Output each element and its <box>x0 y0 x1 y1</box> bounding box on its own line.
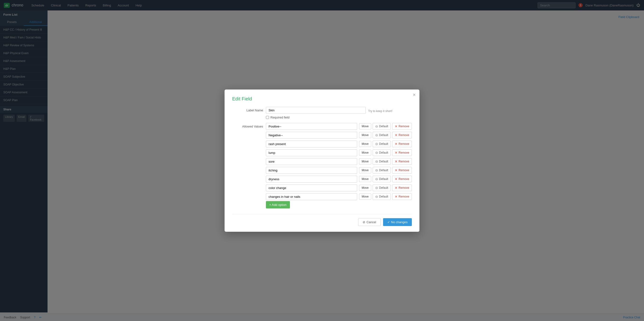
default-circle-icon-0: ⊖ <box>375 124 378 128</box>
remove-button-6[interactable]: ✕Remove <box>392 176 412 182</box>
modal-overlay[interactable]: × Edit Field Label Name Try to keep it s… <box>0 0 644 313</box>
value-row-0: Move ⊖Default ✕Remove <box>266 123 412 130</box>
allowed-values-content: Move ⊖Default ✕Remove Move ⊖Default ✕Rem… <box>266 123 412 208</box>
move-button-2[interactable]: Move <box>359 141 371 147</box>
move-button-8[interactable]: Move <box>359 194 371 200</box>
remove-button-1[interactable]: ✕Remove <box>392 132 412 138</box>
move-button-6[interactable]: Move <box>359 176 371 182</box>
move-button-4[interactable]: Move <box>359 158 371 165</box>
value-input-8[interactable] <box>266 193 357 200</box>
cancel-circle-icon: ⊘ <box>363 220 365 224</box>
label-name-label: Label Name <box>232 107 263 112</box>
remove-button-0[interactable]: ✕Remove <box>392 123 412 130</box>
default-circle-icon-7: ⊖ <box>375 186 378 190</box>
move-button-1[interactable]: Move <box>359 132 371 138</box>
value-actions-3: Move ⊖Default ✕Remove <box>359 149 412 156</box>
default-circle-icon-2: ⊖ <box>375 142 378 146</box>
value-actions-2: Move ⊖Default ✕Remove <box>359 141 412 147</box>
close-button[interactable]: × <box>413 92 416 97</box>
allowed-values-label: Allowed Values <box>232 123 263 128</box>
default-circle-icon-8: ⊖ <box>375 195 378 199</box>
values-list: Move ⊖Default ✕Remove Move ⊖Default ✕Rem… <box>266 123 412 200</box>
save-button[interactable]: ✓ No changes <box>383 218 412 226</box>
remove-x-icon-4: ✕ <box>395 160 398 163</box>
remove-button-7[interactable]: ✕Remove <box>392 184 412 191</box>
default-button-7[interactable]: ⊖Default <box>372 184 391 191</box>
value-actions-8: Move ⊖Default ✕Remove <box>359 193 412 200</box>
value-input-0[interactable] <box>266 123 357 130</box>
default-circle-icon-3: ⊖ <box>375 151 378 155</box>
remove-button-2[interactable]: ✕Remove <box>392 141 412 147</box>
remove-button-5[interactable]: ✕Remove <box>392 167 412 174</box>
default-button-8[interactable]: ⊖Default <box>372 193 391 200</box>
default-circle-icon-4: ⊖ <box>375 160 378 163</box>
move-button-3[interactable]: Move <box>359 150 371 156</box>
remove-x-icon-2: ✕ <box>395 142 398 146</box>
value-input-3[interactable] <box>266 149 357 156</box>
move-button-0[interactable]: Move <box>359 123 371 129</box>
value-actions-4: Move ⊖Default ✕Remove <box>359 158 412 165</box>
label-hint: Try to keep it short! <box>368 108 392 113</box>
value-row-5: Move ⊖Default ✕Remove <box>266 167 412 174</box>
default-button-3[interactable]: ⊖Default <box>372 149 391 156</box>
required-checkbox[interactable] <box>266 116 269 119</box>
label-name-content: Try to keep it short! Required field <box>266 107 412 119</box>
value-input-4[interactable] <box>266 158 357 165</box>
remove-button-4[interactable]: ✕Remove <box>392 158 412 165</box>
remove-x-icon-1: ✕ <box>395 133 398 137</box>
value-row-3: Move ⊖Default ✕Remove <box>266 149 412 156</box>
value-row-1: Move ⊖Default ✕Remove <box>266 132 412 139</box>
remove-x-icon-7: ✕ <box>395 186 398 190</box>
default-button-0[interactable]: ⊖Default <box>372 123 391 130</box>
remove-button-3[interactable]: ✕Remove <box>392 149 412 156</box>
modal-footer: ⊘ Cancel ✓ No changes <box>232 214 412 226</box>
value-input-5[interactable] <box>266 167 357 174</box>
value-actions-0: Move ⊖Default ✕Remove <box>359 123 412 130</box>
remove-x-icon-0: ✕ <box>395 124 398 128</box>
remove-x-icon-6: ✕ <box>395 177 398 181</box>
modal-title: Edit Field <box>232 96 412 102</box>
default-circle-icon-1: ⊖ <box>375 133 378 137</box>
add-option-button[interactable]: + Add option <box>266 201 290 208</box>
remove-x-icon-5: ✕ <box>395 168 398 172</box>
default-button-1[interactable]: ⊖Default <box>372 132 391 138</box>
value-actions-6: Move ⊖Default ✕Remove <box>359 176 412 182</box>
value-row-7: Move ⊖Default ✕Remove <box>266 184 412 191</box>
value-row-4: Move ⊖Default ✕Remove <box>266 158 412 165</box>
remove-button-8[interactable]: ✕Remove <box>392 193 412 200</box>
value-input-1[interactable] <box>266 132 357 139</box>
save-check-icon: ✓ <box>387 220 390 224</box>
cancel-button[interactable]: ⊘ Cancel <box>358 218 380 226</box>
default-circle-icon-5: ⊖ <box>375 168 378 172</box>
move-button-5[interactable]: Move <box>359 167 371 173</box>
value-actions-5: Move ⊖Default ✕Remove <box>359 167 412 174</box>
value-row-8: Move ⊖Default ✕Remove <box>266 193 412 200</box>
value-input-7[interactable] <box>266 184 357 191</box>
label-name-input[interactable] <box>266 107 366 114</box>
value-input-2[interactable] <box>266 141 357 147</box>
default-button-2[interactable]: ⊖Default <box>372 141 391 147</box>
edit-field-modal: × Edit Field Label Name Try to keep it s… <box>224 89 420 232</box>
remove-x-icon-8: ✕ <box>395 195 398 199</box>
required-label: Required field <box>270 116 290 119</box>
move-button-7[interactable]: Move <box>359 185 371 191</box>
value-row-2: Move ⊖Default ✕Remove <box>266 141 412 147</box>
default-button-6[interactable]: ⊖Default <box>372 176 391 182</box>
value-actions-1: Move ⊖Default ✕Remove <box>359 132 412 138</box>
remove-x-icon-3: ✕ <box>395 151 398 155</box>
default-circle-icon-6: ⊖ <box>375 177 378 181</box>
default-button-5[interactable]: ⊖Default <box>372 167 391 174</box>
value-input-6[interactable] <box>266 176 357 183</box>
default-button-4[interactable]: ⊖Default <box>372 158 391 165</box>
label-name-row: Label Name Try to keep it short! Require… <box>232 107 412 119</box>
value-actions-7: Move ⊖Default ✕Remove <box>359 184 412 191</box>
allowed-values-row: Allowed Values Move ⊖Default ✕Remove <box>232 123 412 208</box>
value-row-6: Move ⊖Default ✕Remove <box>266 176 412 183</box>
